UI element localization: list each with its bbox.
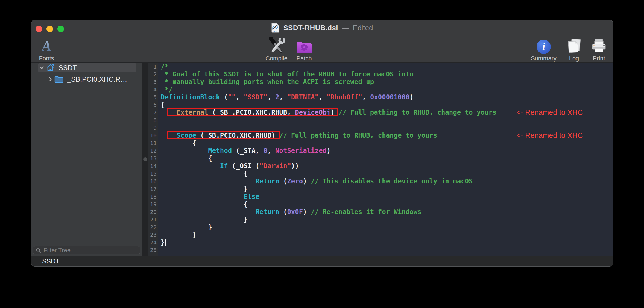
code-line: Else xyxy=(158,193,613,200)
rename-highlight-box xyxy=(167,108,337,116)
print-button[interactable]: Print xyxy=(592,37,606,62)
print-label: Print xyxy=(593,55,605,62)
line-number: 13 xyxy=(148,155,158,162)
status-bar: SSDT xyxy=(31,256,613,266)
split-divider[interactable] xyxy=(142,63,148,256)
patch-button[interactable]: Patch xyxy=(296,37,313,62)
compile-icon xyxy=(267,37,286,54)
filter-tree-field[interactable] xyxy=(33,246,140,254)
line-number: 21 xyxy=(148,216,158,223)
code-line: { xyxy=(158,139,613,147)
line-number: 16 xyxy=(148,177,158,185)
line-number: 18 xyxy=(148,193,158,200)
code-line: { xyxy=(158,155,613,162)
code-line: { xyxy=(158,200,613,208)
rename-highlight-box xyxy=(167,131,279,139)
code-line: { xyxy=(158,101,613,109)
sidebar-tree: SSDT _SB.PCI0.XHC.R… xyxy=(31,63,142,256)
line-number: 10 xyxy=(148,132,158,139)
line-number: 4 xyxy=(148,86,158,93)
line-number: 15 xyxy=(148,170,158,177)
line-number: 2 xyxy=(148,70,158,78)
chevron-down-icon[interactable] xyxy=(39,65,44,70)
maciasl-window: DSL SSDT-RHUB.dsl — Edited A Fonts xyxy=(31,20,613,267)
text-caret xyxy=(165,239,166,246)
rename-annotation: <- Renamed to XHC xyxy=(516,132,583,139)
line-number: 1 xyxy=(148,63,158,70)
line-number: 22 xyxy=(148,223,158,231)
line-number: 7 xyxy=(148,109,158,116)
code-line: } xyxy=(158,223,613,231)
code-line: If (_OSI ("Darwin")) xyxy=(158,162,613,170)
summary-label: Summary xyxy=(531,55,557,62)
line-number: 20 xyxy=(148,208,158,216)
line-number: 23 xyxy=(148,231,158,239)
line-number: 17 xyxy=(148,185,158,193)
title-separator: — xyxy=(342,24,349,32)
line-number: 25 xyxy=(148,246,158,254)
sidebar-item-label: SSDT xyxy=(58,64,77,72)
fonts-icon: A xyxy=(42,38,51,54)
code-line: { xyxy=(158,170,613,177)
rename-annotation: <- Renamed to XHC xyxy=(516,109,583,116)
compile-button[interactable]: Compile xyxy=(265,37,288,62)
code-line xyxy=(158,246,613,254)
code-line: * Goal of this SSDT is to shut off the R… xyxy=(158,70,613,78)
code-line: } xyxy=(158,216,613,223)
chevron-right-icon[interactable] xyxy=(48,77,53,82)
search-icon xyxy=(36,248,41,253)
status-path: SSDT xyxy=(42,257,60,265)
patch-icon xyxy=(296,37,313,54)
compile-label: Compile xyxy=(265,55,288,62)
line-number: 19 xyxy=(148,200,158,208)
sidebar-item-label: _SB.PCI0.XHC.R… xyxy=(67,75,127,83)
code-line: Return (0x0F) // Re-enables it for Windo… xyxy=(158,208,613,216)
line-number: 12 xyxy=(148,147,158,155)
filter-tree-input[interactable] xyxy=(43,247,137,254)
code-pane: /* * Goal of this SSDT is to shut off th… xyxy=(158,63,613,256)
edited-badge: Edited xyxy=(353,24,373,32)
printer-icon xyxy=(592,37,606,54)
split-drag-handle[interactable] xyxy=(143,157,147,161)
patch-label: Patch xyxy=(297,55,312,62)
folder-icon xyxy=(54,75,63,83)
svg-text:DSL: DSL xyxy=(274,30,277,32)
log-pages-icon xyxy=(566,37,582,54)
code-line: Return (Zero) // This disables the devic… xyxy=(158,177,613,185)
code-line: */ xyxy=(158,86,613,93)
content-area: SSDT _SB.PCI0.XHC.R… 1 xyxy=(31,62,613,256)
line-number: 24 xyxy=(148,239,158,246)
home-icon xyxy=(46,64,55,72)
code-editor[interactable]: /* * Goal of this SSDT is to shut off th… xyxy=(158,63,613,256)
line-number-gutter: 1234567891011121314151617181920212223242… xyxy=(148,63,158,256)
title-group: DSL SSDT-RHUB.dsl — Edited xyxy=(31,20,613,36)
line-number: 6 xyxy=(148,101,158,109)
info-icon: i xyxy=(537,37,551,54)
line-number: 26 xyxy=(148,254,158,256)
toolbar: A Fonts Compile xyxy=(31,36,613,62)
code-line xyxy=(158,124,613,132)
code-line xyxy=(158,254,613,256)
code-line: } xyxy=(158,185,613,193)
code-line: } xyxy=(158,239,613,246)
code-line: * manually building ports when the ACPI … xyxy=(158,78,613,86)
titlebar: DSL SSDT-RHUB.dsl — Edited xyxy=(31,20,613,36)
window-title: SSDT-RHUB.dsl xyxy=(283,24,338,32)
document-icon: DSL xyxy=(271,23,279,33)
line-number: 5 xyxy=(148,93,158,101)
log-label: Log xyxy=(569,55,579,62)
fonts-label: Fonts xyxy=(39,55,54,62)
line-number: 8 xyxy=(148,116,158,124)
line-number: 3 xyxy=(148,78,158,86)
sidebar-item-sb-pci0[interactable]: _SB.PCI0.XHC.R… xyxy=(48,75,127,84)
code-line: Method (_STA, 0, NotSerialized) xyxy=(158,147,613,155)
log-button[interactable]: Log xyxy=(566,37,582,62)
code-line: DefinitionBlock ("", "SSDT", 2, "DRTNIA"… xyxy=(158,93,613,101)
code-line xyxy=(158,116,613,124)
sidebar-item-ssdt[interactable]: SSDT xyxy=(39,63,77,72)
fonts-button[interactable]: A Fonts xyxy=(37,37,56,62)
line-number: 14 xyxy=(148,162,158,170)
line-number: 11 xyxy=(148,139,158,147)
summary-button[interactable]: i Summary xyxy=(531,37,557,62)
code-line: } xyxy=(158,231,613,239)
